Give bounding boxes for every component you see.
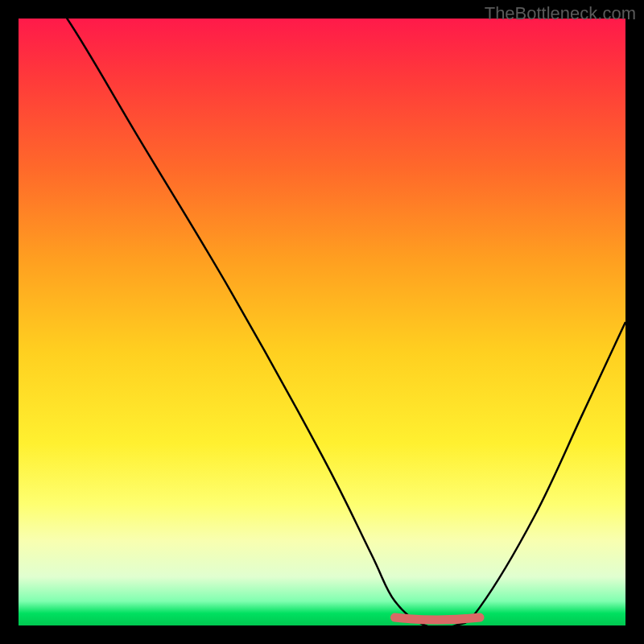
watermark-text: TheBottleneck.com: [485, 3, 636, 24]
bottleneck-curve: [19, 19, 625, 625]
chart-plot-area: [19, 19, 625, 625]
